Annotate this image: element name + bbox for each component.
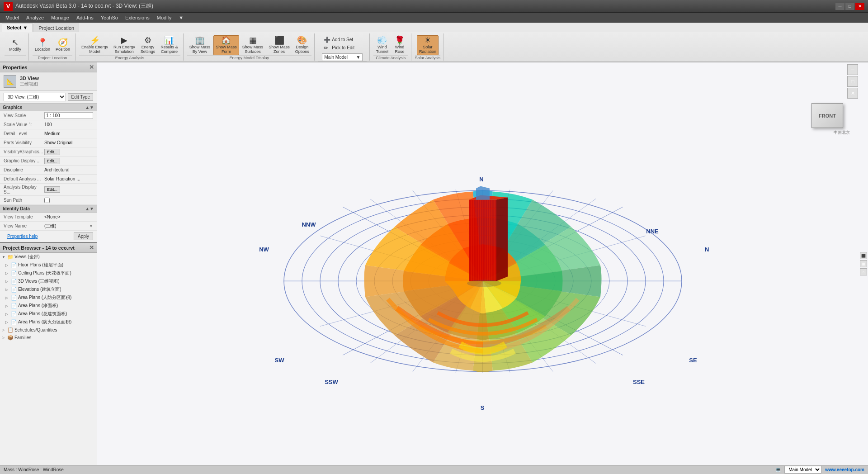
- vp-side-btn-2[interactable]: ▦: [860, 260, 867, 267]
- graphic-display-edit-btn[interactable]: Edit...: [44, 158, 60, 164]
- svg-text:S: S: [480, 404, 484, 411]
- tree-3d-views[interactable]: ▷ 📄 3D Views (三维视图): [0, 277, 97, 285]
- tree-area-plans-4[interactable]: ▷ 📄 Area Plans (防火分区面积): [0, 318, 97, 326]
- ribbon-btn-run-energy[interactable]: ▶ Run EnergySimulation: [111, 35, 137, 55]
- vp-btn-restore[interactable]: □: [847, 76, 858, 87]
- view-name-value: (三维): [44, 223, 88, 229]
- tree-views[interactable]: ▼ 📁 Views (全部): [0, 253, 97, 261]
- ribbon-btn-show-mass-zones[interactable]: ⬛ Show MassZones: [266, 35, 292, 55]
- cube-front-face[interactable]: FRONT: [811, 103, 843, 128]
- ribbon-btn-modify[interactable]: ↖ Modify: [7, 35, 24, 55]
- area-plans-3-arrow: ▷: [5, 312, 11, 316]
- add-to-set-btn[interactable]: ➕ Add to Set: [322, 36, 363, 43]
- design-options-controls: ➕ Add to Set ✏ Pick to Edit: [322, 36, 363, 52]
- tree-schedules[interactable]: ▷ 📋 Schedules/Quantities: [0, 326, 97, 334]
- ribbon-btn-wind-rose[interactable]: 🌹 WindRose: [392, 35, 408, 55]
- view-scale-input[interactable]: [44, 112, 93, 119]
- prop-row-scale-value: Scale Value 1: 100: [0, 120, 97, 129]
- menu-extensions[interactable]: Extensions: [122, 14, 153, 21]
- tree-families[interactable]: ▷ 📦 Families: [0, 334, 97, 341]
- window-controls: ─ □ ✕: [835, 3, 864, 10]
- menu-addins[interactable]: Add-Ins: [73, 14, 97, 21]
- menu-manage[interactable]: Manage: [47, 14, 73, 21]
- location-label: 中国北京: [834, 130, 850, 136]
- parts-visibility-label: Parts Visibility: [4, 140, 44, 145]
- ribbon-btn-show-mass-view[interactable]: 🏢 Show MassBy View: [187, 35, 213, 55]
- ribbon-btn-energy-settings[interactable]: ⚙ EnergySettings: [138, 35, 158, 55]
- dropdown-arrow: ▼: [356, 55, 360, 60]
- energy-settings-label: EnergySettings: [141, 45, 156, 54]
- enable-energy-label: Enable EnergyModel: [81, 45, 108, 54]
- svg-marker-25: [496, 197, 508, 281]
- solar-visualization: N NNE NE ENE E ESE SE SSE S SSW SW WSW W…: [257, 91, 709, 417]
- add-to-set-label: Add to Set: [332, 37, 353, 42]
- viewport[interactable]: N NNE NE ENE E ESE SE SSE S SSW SW WSW W…: [97, 62, 868, 465]
- show-mass-zones-label: Show MassZones: [269, 45, 290, 54]
- elevations-arrow: ▷: [5, 288, 11, 292]
- close-button[interactable]: ✕: [855, 3, 864, 10]
- vp-btn-close[interactable]: ✕: [847, 88, 858, 99]
- run-energy-label: Run EnergySimulation: [113, 45, 135, 54]
- identity-section-header[interactable]: Identity Data ▲▼: [0, 205, 97, 213]
- view-dropdown[interactable]: 3D View: (三维): [4, 93, 66, 101]
- solar-icon: ☀: [424, 36, 431, 44]
- ribbon-btn-solar-radiation[interactable]: ☀ SolarRadiation: [417, 35, 439, 55]
- minimize-button[interactable]: ─: [835, 3, 844, 10]
- tree-floor-plans[interactable]: ▷ 📄 Floor Plans (楼层平面): [0, 261, 97, 269]
- wind-tunnel-label: WindTunnel: [376, 45, 388, 54]
- view-scale-label: View Scale: [4, 113, 44, 118]
- tab-select[interactable]: Select ▼: [2, 23, 33, 32]
- pick-to-edit-btn[interactable]: ✏ Pick to Edit: [322, 44, 363, 52]
- prop-dropdown-row: 3D View: (三维) Edit Type: [0, 91, 97, 104]
- vp-btn-minimize[interactable]: ─: [847, 64, 858, 75]
- properties-help-link[interactable]: Properties help: [4, 233, 41, 240]
- ribbon: Select ▼ Project Location ↖ Modify 📍 Loc…: [0, 23, 868, 62]
- properties-close[interactable]: ✕: [89, 64, 94, 71]
- tree-ceiling-plans[interactable]: ▷ 📄 Ceiling Plans (天花板平面): [0, 269, 97, 277]
- analysis-display-edit-btn[interactable]: Edit...: [44, 186, 60, 193]
- visibility-edit-btn[interactable]: Edit...: [44, 149, 60, 155]
- menu-arrow[interactable]: ▼: [175, 14, 187, 21]
- cube-navigator[interactable]: FRONT 中国北京: [809, 99, 850, 139]
- edit-type-button[interactable]: Edit Type: [68, 93, 93, 101]
- tree-area-plans-1[interactable]: ▷ 📄 Area Plans (人防分区面积): [0, 294, 97, 302]
- project-browser-header: Project Browser - 14 to eco.rvt ✕: [0, 243, 97, 253]
- tree-elevations[interactable]: ▷ 📄 Elevations (建筑立面): [0, 285, 97, 294]
- menu-yeahso[interactable]: YeahSo: [97, 14, 122, 21]
- menu-model[interactable]: Model: [2, 14, 23, 21]
- apply-button[interactable]: Apply: [74, 232, 93, 240]
- tree-area-plans-3[interactable]: ▷ 📄 Area Plans (总建筑面积): [0, 310, 97, 318]
- project-browser-close[interactable]: ✕: [89, 244, 94, 251]
- restore-button[interactable]: □: [845, 3, 854, 10]
- location-icon: 📍: [38, 38, 47, 47]
- area-plans-1-arrow: ▷: [5, 296, 11, 300]
- svg-text:NNW: NNW: [302, 221, 316, 228]
- tab-project-location[interactable]: Project Location: [33, 24, 79, 32]
- vp-side-btn-3[interactable]: ○: [860, 268, 867, 275]
- menu-modify[interactable]: Modify: [153, 14, 175, 21]
- vp-side-btn-1[interactable]: ⬛: [860, 252, 867, 259]
- graphics-section-header[interactable]: Graphics ▲▼: [0, 104, 97, 111]
- energy-settings-icon: ⚙: [144, 36, 151, 44]
- prop-type-name: 3D View: [20, 76, 39, 81]
- status-model-dropdown[interactable]: Main Model: [784, 466, 821, 474]
- project-browser-title: Project Browser - 14 to eco.rvt: [3, 245, 75, 251]
- design-options-dropdown[interactable]: Main Model ▼: [322, 53, 363, 61]
- add-icon: ➕: [324, 37, 330, 43]
- ribbon-btn-results[interactable]: 📊 Results &Compare: [158, 35, 180, 55]
- views-arrow: ▼: [2, 255, 7, 259]
- ribbon-btn-enable-energy[interactable]: ⚡ Enable EnergyModel: [79, 35, 110, 55]
- ribbon-btn-show-mass-surfaces[interactable]: ▦ Show MassSurfaces: [240, 35, 266, 55]
- menu-analyze[interactable]: Analyze: [23, 14, 47, 21]
- sun-path-checkbox[interactable]: [44, 198, 50, 203]
- ribbon-btn-design-options[interactable]: 🎨 DesignOptions: [293, 35, 311, 55]
- ribbon-btn-location[interactable]: 📍 Location: [33, 35, 52, 55]
- ribbon-btn-wind-tunnel[interactable]: 💨 WindTunnel: [374, 35, 391, 55]
- ribbon-btn-show-mass-form[interactable]: 🏠 Show MassForm: [213, 35, 239, 55]
- graphics-section-title: Graphics: [3, 105, 22, 110]
- ribbon-group-select: ↖ Modify: [2, 33, 29, 61]
- prop-row-analysis-display: Analysis Display S... Edit...: [0, 184, 97, 196]
- group-label-select: [5, 55, 26, 60]
- tree-area-plans-2[interactable]: ▷ 📄 Area Plans (净面积): [0, 302, 97, 310]
- ribbon-btn-position[interactable]: 🧭 Position: [53, 35, 72, 55]
